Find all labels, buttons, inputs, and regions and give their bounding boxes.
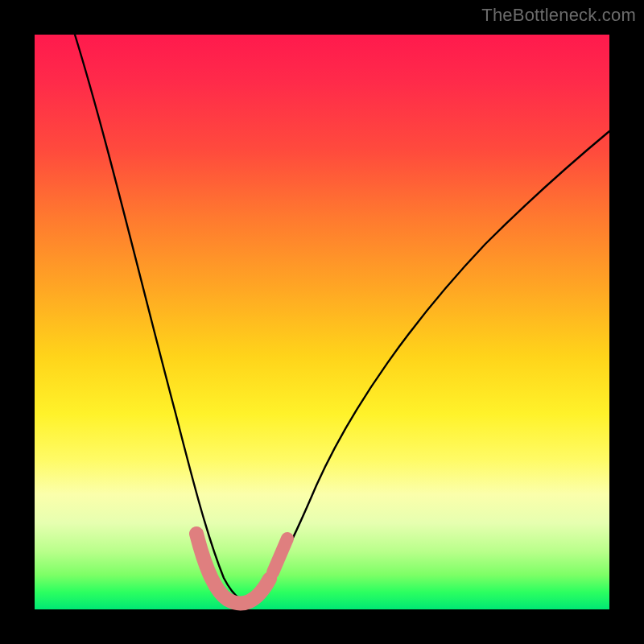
bottleneck-curve — [75, 35, 609, 601]
plot-area — [35, 35, 609, 609]
highlight-nub — [273, 539, 287, 572]
curve-layer — [35, 35, 609, 609]
chart-frame: TheBottleneck.com — [0, 0, 644, 644]
watermark-text: TheBottleneck.com — [481, 5, 636, 26]
